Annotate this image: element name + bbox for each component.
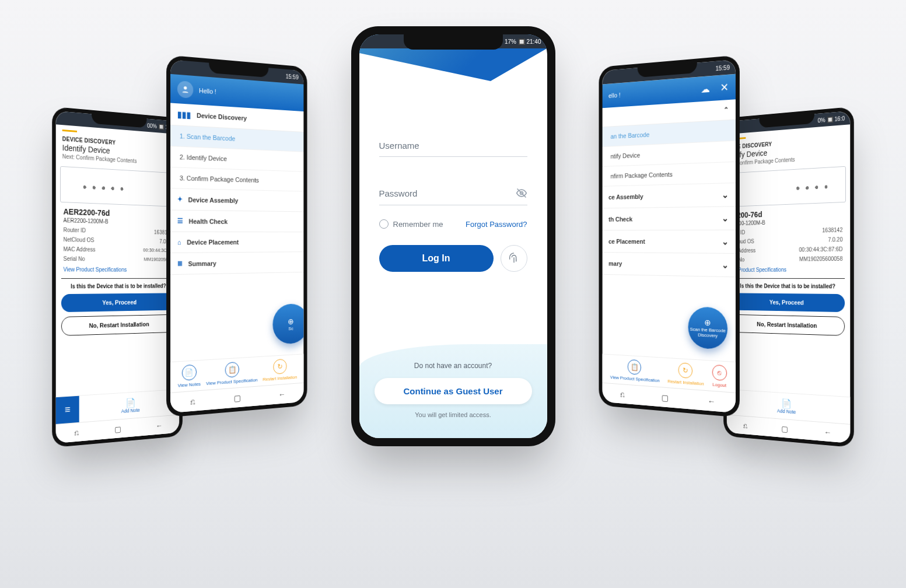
yes-proceed-button[interactable]: Yes, Proceed bbox=[732, 293, 845, 312]
chevron-up-icon: ⌃ bbox=[723, 106, 729, 114]
view-spec-button[interactable]: 📋View Product Specification bbox=[206, 360, 257, 386]
radio-icon bbox=[379, 219, 389, 229]
recent-apps-icon[interactable]: ⎌ bbox=[620, 389, 624, 398]
hamburger-menu-icon[interactable]: ≡ bbox=[56, 396, 79, 424]
profile-icon[interactable]: ☁ bbox=[701, 83, 709, 94]
username-placeholder: Username bbox=[379, 141, 419, 150]
netcloud-os-key: NetCloud OS bbox=[64, 236, 95, 243]
device-assembly-section[interactable]: ce Assembly⌄ bbox=[603, 183, 736, 209]
svg-point-0 bbox=[184, 86, 187, 90]
phone-login: 17% 🔲 21:40 Username Password Remember m… bbox=[351, 26, 555, 446]
summary-section[interactable]: ≣Summary bbox=[170, 252, 303, 275]
username-input[interactable]: Username bbox=[379, 134, 527, 157]
checklist-icon: ☰ bbox=[177, 217, 183, 225]
fingerprint-login-button[interactable] bbox=[501, 245, 527, 272]
device-placement-section[interactable]: ce Placement⌄ bbox=[603, 230, 736, 254]
home-icon[interactable]: ▢ bbox=[782, 424, 788, 433]
toggle-password-visibility-icon[interactable] bbox=[516, 187, 527, 199]
yes-proceed-button[interactable]: Yes, Proceed bbox=[61, 293, 174, 312]
add-note-button[interactable]: 📄Add Note bbox=[79, 394, 180, 417]
device-assembly-section[interactable]: ✦Device Assembly bbox=[170, 188, 303, 212]
no-restart-button[interactable]: No, Restart Installation bbox=[61, 314, 174, 336]
netcloud-os-value: 7.0.20 bbox=[828, 236, 842, 243]
no-account-text: Do not have an account? bbox=[375, 362, 532, 370]
assembly-icon: ✦ bbox=[177, 195, 183, 204]
router-id-key: Router ID bbox=[64, 227, 86, 234]
router-illustration bbox=[60, 166, 176, 207]
phone-steps-left: 15:59 Hello ! ▮▮▮ Device Discovery 1. Sc… bbox=[166, 55, 307, 418]
recent-apps-icon[interactable]: ⎌ bbox=[191, 396, 195, 406]
confirm-question: Is this the Device that is to be install… bbox=[61, 278, 174, 290]
router-illustration bbox=[730, 166, 846, 207]
chevron-down-icon: ⌄ bbox=[722, 214, 729, 223]
notch bbox=[404, 32, 503, 50]
mac-key: MAC Address bbox=[64, 246, 96, 253]
password-input[interactable]: Password bbox=[379, 180, 527, 205]
avatar-icon[interactable] bbox=[177, 80, 193, 99]
router-icon: ⌂ bbox=[177, 239, 181, 246]
step-confirm-contents[interactable]: 3. Confirm Package Contents bbox=[170, 167, 303, 191]
view-spec-button[interactable]: 📋View Product Specification bbox=[610, 358, 660, 383]
remember-me-checkbox[interactable]: Remember me bbox=[379, 219, 443, 229]
recent-apps-icon[interactable]: ⎌ bbox=[743, 421, 747, 429]
mac-value: 00:30:44:3C:87:6D bbox=[799, 246, 843, 253]
health-check-section[interactable]: th Check⌄ bbox=[603, 206, 736, 230]
view-spec-link[interactable]: View Product Specifications bbox=[64, 267, 127, 273]
scan-fab-button[interactable]: ⊕Scan the BarcodeDiscovery bbox=[688, 306, 728, 349]
greeting: ello ! bbox=[608, 92, 620, 99]
phone-steps-right: 15:59 ello ! ☁ ✕ ⌃ an the Barcode ntify … bbox=[599, 55, 740, 418]
summary-section[interactable]: mary⌄ bbox=[603, 253, 736, 277]
limited-access-note: You will get limited access. bbox=[375, 411, 532, 418]
login-button[interactable]: Log In bbox=[379, 245, 494, 272]
scan-fab-button[interactable]: ⊕Sc bbox=[272, 303, 303, 345]
barcode-icon: ▮▮▮ bbox=[177, 110, 191, 120]
router-id-value: 1638142 bbox=[822, 227, 842, 233]
greeting: Hello ! bbox=[199, 87, 216, 95]
phone-identify-left: 00% 🔲 16:0 DEVICE DISCOVERY Identify Dev… bbox=[52, 107, 183, 448]
step-confirm-contents[interactable]: nfirm Package Contents bbox=[603, 162, 736, 187]
add-note-button[interactable]: 📄Add Note bbox=[727, 394, 850, 419]
password-placeholder: Password bbox=[379, 188, 418, 198]
phone-identify-right: 0% 🔲 16:0 ICE DISCOVERY ntify Device t: … bbox=[723, 107, 854, 448]
home-icon[interactable]: ▢ bbox=[234, 393, 241, 402]
close-icon[interactable]: ✕ bbox=[720, 80, 729, 94]
back-icon[interactable]: ← bbox=[156, 421, 163, 430]
home-icon[interactable]: ▢ bbox=[662, 393, 669, 402]
back-icon[interactable]: ← bbox=[708, 396, 716, 406]
back-icon[interactable]: ← bbox=[824, 428, 832, 437]
serial-value: MM190205600058 bbox=[799, 256, 842, 262]
view-notes-button[interactable]: 📄View Notes bbox=[178, 364, 201, 388]
confirm-question: Is this the Device that is to be install… bbox=[732, 278, 845, 290]
chevron-down-icon: ⌄ bbox=[722, 260, 729, 270]
home-icon[interactable]: ▢ bbox=[115, 424, 121, 433]
recent-apps-icon[interactable]: ⎌ bbox=[75, 428, 79, 437]
logout-button[interactable]: ⎋Logout bbox=[712, 365, 727, 388]
back-icon[interactable]: ← bbox=[278, 389, 285, 399]
view-spec-link[interactable]: w Product Specifications bbox=[733, 267, 786, 273]
chevron-down-icon: ⌄ bbox=[722, 237, 729, 246]
device-placement-section[interactable]: ⌂Device Placement bbox=[170, 232, 303, 253]
serial-key: Serial No bbox=[64, 256, 85, 262]
summary-icon: ≣ bbox=[177, 260, 183, 267]
guest-user-button[interactable]: Continue as Guest User bbox=[375, 378, 532, 404]
restart-install-button[interactable]: ↻Restart Installation bbox=[263, 358, 297, 382]
forgot-password-link[interactable]: Forgot Password? bbox=[466, 220, 527, 229]
health-check-section[interactable]: ☰Health Check bbox=[170, 211, 303, 233]
chevron-down-icon: ⌄ bbox=[722, 190, 729, 200]
no-restart-button[interactable]: No, Restart Installation bbox=[732, 314, 845, 336]
restart-install-button[interactable]: ↻Restart Installation bbox=[667, 362, 704, 387]
